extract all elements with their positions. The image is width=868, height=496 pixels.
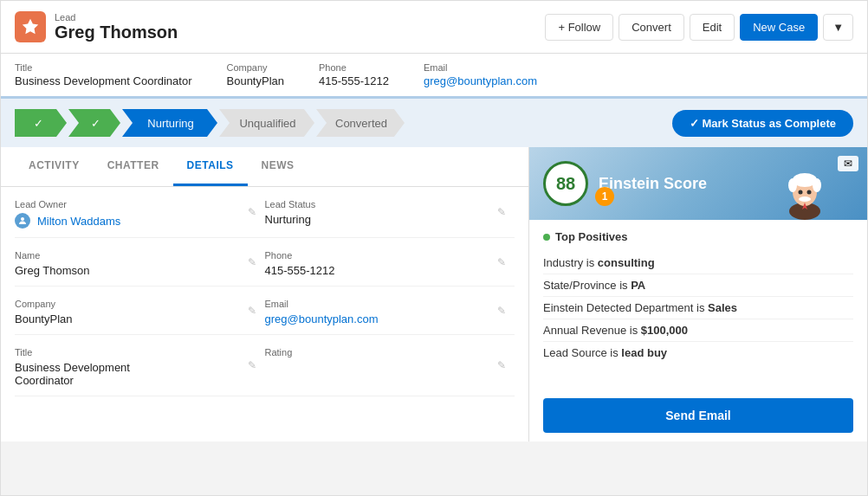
svg-marker-0 <box>23 19 38 34</box>
record-name: Greg Thomson <box>55 23 178 42</box>
tab-details[interactable]: DETAILS <box>173 147 248 186</box>
left-panel: ACTIVITY CHATTER DETAILS NEWS Lead Owner… <box>1 147 529 441</box>
status-bar: ✓ ✓ Nurturing Unqualified Converted ✓ Ma… <box>1 99 867 147</box>
header-left: Lead Greg Thomson <box>15 11 178 42</box>
svg-point-1 <box>21 217 24 221</box>
svg-point-9 <box>799 196 811 202</box>
title-field-value: Business DevelopmentCoordinator <box>15 361 265 387</box>
email-field-label: Email <box>265 299 515 309</box>
field-lead-owner: Lead Owner Milton Waddams ✎ <box>15 187 265 238</box>
tab-news[interactable]: NEWS <box>248 147 308 186</box>
title-field-label: Title <box>15 347 265 358</box>
name-label: Name <box>15 250 265 261</box>
mail-icon[interactable]: ✉ <box>838 156 858 171</box>
field-email: Email greg@bountyplan.com ✎ <box>265 287 515 335</box>
lead-status-edit-icon[interactable]: ✎ <box>497 206 506 218</box>
title-value: Business Development Coordinator <box>15 74 192 87</box>
step-1[interactable]: ✓ <box>15 109 67 137</box>
positive-item-1: Industry is consulting <box>543 252 853 274</box>
field-phone: Phone 415-555-1212 ✎ <box>265 238 515 287</box>
phone-field-label: Phone <box>265 250 515 261</box>
lead-icon <box>15 11 46 42</box>
main-layout: ACTIVITY CHATTER DETAILS NEWS Lead Owner… <box>1 147 867 441</box>
tab-chatter[interactable]: CHATTER <box>94 147 173 186</box>
lead-owner-label: Lead Owner <box>15 199 265 209</box>
einstein-score: 88 <box>543 161 588 206</box>
phone-value: 415-555-1212 <box>319 74 389 87</box>
phone-field-value: 415-555-1212 <box>265 264 515 277</box>
name-edit-icon[interactable]: ✎ <box>248 256 256 268</box>
tab-activity[interactable]: ACTIVITY <box>15 147 94 186</box>
title-label: Title <box>15 62 192 73</box>
edit-button[interactable]: Edit <box>690 14 735 41</box>
notification-badge: 1 <box>595 187 614 206</box>
top-positives-label: Top Positives <box>555 230 628 243</box>
dropdown-button[interactable]: ▼ <box>823 14 853 41</box>
email-label: Email <box>424 62 537 73</box>
positive-item-3: Einstein Detected Department is Sales <box>543 297 853 319</box>
company-field-value: BountyPlan <box>15 312 265 325</box>
rating-edit-icon[interactable]: ✎ <box>497 359 506 371</box>
header-actions: + Follow Convert Edit New Case ▼ <box>545 14 853 41</box>
einstein-card: 88 1 Einstein Score <box>529 147 867 390</box>
svg-point-6 <box>813 178 821 192</box>
company-edit-icon[interactable]: ✎ <box>248 305 256 317</box>
email-value[interactable]: greg@bountyplan.com <box>424 74 537 87</box>
field-name: Name Greg Thomson ✎ <box>15 238 265 287</box>
field-rating: Rating ✎ <box>265 335 515 396</box>
step-converted[interactable]: Converted <box>316 109 405 137</box>
form-grid: Lead Owner Milton Waddams ✎ Lead Status … <box>1 187 528 396</box>
company-value: BountyPlan <box>227 74 285 87</box>
user-avatar-icon <box>15 213 30 229</box>
mark-complete-button[interactable]: ✓ Mark Status as Complete <box>672 110 853 137</box>
einstein-title: Einstein Score <box>599 175 707 193</box>
email-edit-icon[interactable]: ✎ <box>497 305 506 317</box>
positive-item-5: Lead Source is lead buy <box>543 342 853 364</box>
phone-edit-icon[interactable]: ✎ <box>497 256 506 268</box>
meta-row: Title Business Development Coordinator C… <box>1 54 867 99</box>
steps-container: ✓ ✓ Nurturing Unqualified Converted <box>15 109 672 137</box>
tabs: ACTIVITY CHATTER DETAILS NEWS <box>1 147 528 187</box>
field-company: Company BountyPlan ✎ <box>15 287 265 335</box>
meta-company: Company BountyPlan <box>227 62 285 87</box>
record-identity: Lead Greg Thomson <box>55 12 178 42</box>
record-header: Lead Greg Thomson + Follow Convert Edit … <box>1 1 867 54</box>
field-title: Title Business DevelopmentCoordinator ✎ <box>15 335 265 396</box>
record-type: Lead <box>55 12 178 23</box>
field-lead-status: Lead Status Nurturing ✎ <box>265 187 515 238</box>
svg-point-5 <box>788 178 797 192</box>
einstein-header: 88 1 Einstein Score <box>529 147 867 220</box>
right-panel: 88 1 Einstein Score <box>529 147 867 441</box>
convert-button[interactable]: Convert <box>619 14 684 41</box>
meta-email: Email greg@bountyplan.com <box>424 62 537 87</box>
einstein-body: Top Positives Industry is consulting Sta… <box>529 220 867 374</box>
new-case-button[interactable]: New Case <box>740 14 818 41</box>
positive-item-2: State/Province is PA <box>543 274 853 297</box>
lead-status-label: Lead Status <box>265 199 515 209</box>
rating-label: Rating <box>265 347 515 358</box>
einstein-avatar-icon <box>781 166 829 220</box>
name-value: Greg Thomson <box>15 264 265 277</box>
phone-label: Phone <box>319 62 389 73</box>
lead-owner-edit-icon[interactable]: ✎ <box>248 206 256 218</box>
lead-status-value: Nurturing <box>265 213 515 226</box>
company-label: Company <box>227 62 285 73</box>
svg-point-7 <box>799 190 803 195</box>
lead-owner-value[interactable]: Milton Waddams <box>37 215 120 228</box>
email-field-value[interactable]: greg@bountyplan.com <box>265 312 379 325</box>
meta-phone: Phone 415-555-1212 <box>319 62 389 87</box>
title-edit-icon[interactable]: ✎ <box>248 359 256 371</box>
send-email-button[interactable]: Send Email <box>543 398 853 433</box>
top-positives-header: Top Positives <box>543 230 853 243</box>
step-2[interactable]: ✓ <box>68 109 120 137</box>
step-nurturing[interactable]: Nurturing <box>122 109 217 137</box>
company-field-label: Company <box>15 299 265 309</box>
green-dot-icon <box>543 234 550 241</box>
follow-button[interactable]: + Follow <box>545 14 613 41</box>
meta-title: Title Business Development Coordinator <box>15 62 192 87</box>
svg-point-8 <box>807 190 812 195</box>
positive-item-4: Annual Revenue is $100,000 <box>543 319 853 342</box>
step-unqualified[interactable]: Unqualified <box>219 109 314 137</box>
